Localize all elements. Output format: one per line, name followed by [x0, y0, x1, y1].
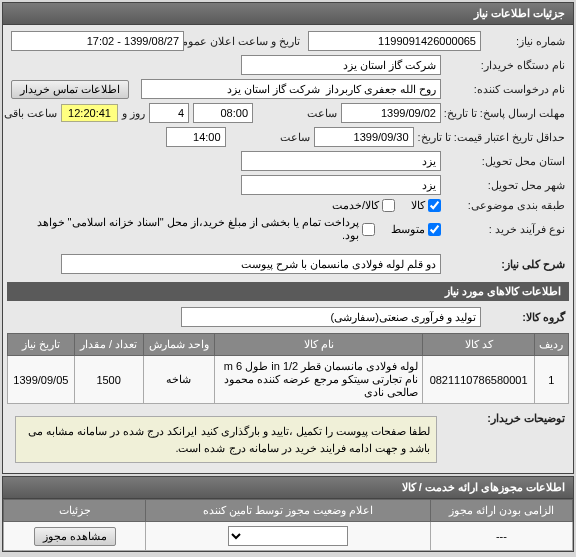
- delivery-province-label: استان محل تحویل:: [445, 155, 565, 168]
- items-section-title: اطلاعات کالاهای مورد نیاز: [7, 282, 569, 301]
- payment-note-checkbox[interactable]: پرداخت تمام یا بخشی از مبلغ خرید،از محل …: [23, 216, 375, 242]
- time-label-1: ساعت: [257, 107, 337, 120]
- time-label-2: ساعت: [230, 131, 310, 144]
- buyer-org-label: نام دستگاه خریدار:: [445, 59, 565, 72]
- goods-checkbox[interactable]: کالا: [411, 199, 441, 212]
- delivery-city-input[interactable]: [241, 175, 441, 195]
- permissions-panel: اطلاعات مجوزهای ارائه خدمت / کالا الزامی…: [2, 476, 574, 552]
- budget-label: طبقه بندی موضوعی:: [445, 199, 565, 212]
- cell-qty: 1500: [74, 356, 143, 404]
- th-required: الزامی بودن ارائه مجوز: [430, 500, 572, 522]
- cell-name: لوله فولادی مانسمان قطر 1/2 in طول 6 m ن…: [215, 356, 423, 404]
- th-name: نام کالا: [215, 334, 423, 356]
- th-qty: تعداد / مقدار: [74, 334, 143, 356]
- price-validity-label: حداقل تاریخ اعتبار قیمت: تا تاریخ:: [418, 131, 565, 144]
- process-type-label: نوع فرآیند خرید :: [445, 223, 565, 236]
- requester-label: نام درخواست کننده:: [445, 83, 565, 96]
- remaining-label: ساعت باقی مانده: [0, 107, 57, 120]
- th-code: کد کالا: [423, 334, 534, 356]
- view-permission-button[interactable]: مشاهده مجوز: [34, 527, 116, 546]
- th-unit: واحد شمارش: [143, 334, 215, 356]
- days-label: روز و: [122, 107, 145, 120]
- table-row: --- مشاهده مجوز: [4, 522, 573, 551]
- summary-label: شرح کلی نیاز:: [445, 258, 565, 271]
- status-select[interactable]: [228, 526, 348, 546]
- days-input[interactable]: [149, 103, 189, 123]
- group-input[interactable]: [181, 307, 481, 327]
- price-date-input[interactable]: [314, 127, 414, 147]
- cell-unit: شاخه: [143, 356, 215, 404]
- items-table: ردیف کد کالا نام کالا واحد شمارش تعداد /…: [7, 333, 569, 404]
- table-row[interactable]: 1 0821110786580001 لوله فولادی مانسمان ق…: [8, 356, 569, 404]
- requester-input[interactable]: [141, 79, 441, 99]
- summary-input[interactable]: [61, 254, 441, 274]
- permissions-panel-title: اطلاعات مجوزهای ارائه خدمت / کالا: [3, 477, 573, 499]
- main-panel-title: جزئیات اطلاعات نیاز: [3, 3, 573, 25]
- cell-row: 1: [534, 356, 568, 404]
- cell-code: 0821110786580001: [423, 356, 534, 404]
- countdown-timer: 12:20:41: [61, 104, 118, 122]
- cell-required: ---: [430, 522, 572, 551]
- buyer-notes-label: توضیحات خریدار:: [445, 412, 565, 425]
- th-status: اعلام وضعیت مجوز توسط تامین کننده: [146, 500, 431, 522]
- need-number-label: شماره نیاز:: [485, 35, 565, 48]
- th-row: ردیف: [534, 334, 568, 356]
- need-number-input[interactable]: [308, 31, 481, 51]
- buyer-notes-text: لطفا صفحات پیوست را تکمیل ،تایید و بارگذ…: [15, 416, 437, 463]
- announce-datetime-label: تاریخ و ساعت اعلان عمومی:: [188, 35, 300, 48]
- delivery-province-input[interactable]: [241, 151, 441, 171]
- th-details: جزئیات: [4, 500, 146, 522]
- delivery-city-label: شهر محل تحویل:: [445, 179, 565, 192]
- response-date-input[interactable]: [341, 103, 441, 123]
- price-time-input[interactable]: [166, 127, 226, 147]
- service-checkbox[interactable]: کالا/خدمت: [332, 199, 395, 212]
- response-deadline-label: مهلت ارسال پاسخ: تا تاریخ:: [445, 107, 565, 120]
- group-label: گروه کالا:: [485, 311, 565, 324]
- th-date: تاریخ نیاز: [8, 334, 75, 356]
- buyer-org-input[interactable]: [241, 55, 441, 75]
- permissions-table: الزامی بودن ارائه مجوز اعلام وضعیت مجوز …: [3, 499, 573, 551]
- main-panel: جزئیات اطلاعات نیاز شماره نیاز: تاریخ و …: [2, 2, 574, 474]
- medium-checkbox[interactable]: متوسط: [391, 223, 441, 236]
- announce-datetime-input[interactable]: [11, 31, 184, 51]
- response-time-input[interactable]: [193, 103, 253, 123]
- cell-date: 1399/09/05: [8, 356, 75, 404]
- buyer-contact-button[interactable]: اطلاعات تماس خریدار: [11, 80, 129, 99]
